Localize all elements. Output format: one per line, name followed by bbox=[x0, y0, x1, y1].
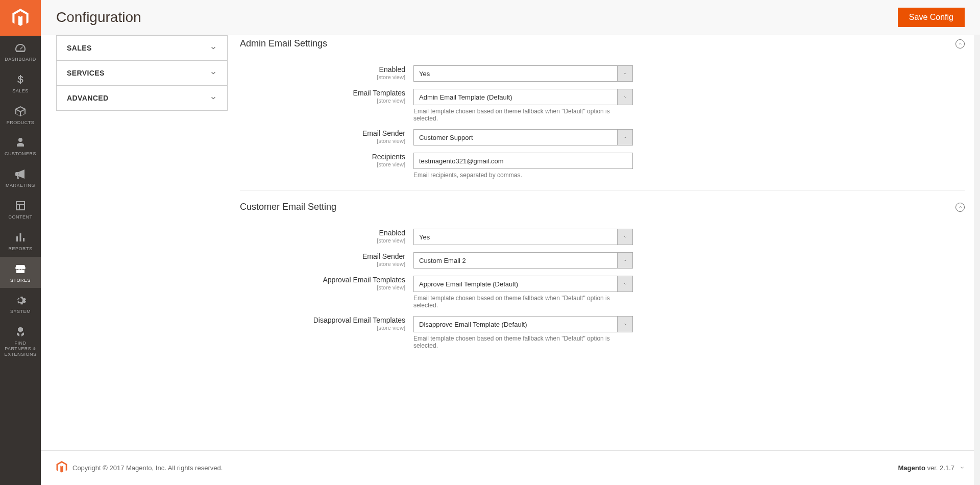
tab-label: ADVANCED bbox=[67, 94, 109, 102]
field-label: Disapproval Email Templates bbox=[240, 316, 405, 324]
email-sender-select[interactable]: Custom Email 2 bbox=[413, 252, 633, 269]
collapse-icon bbox=[955, 203, 965, 212]
store-icon bbox=[14, 263, 27, 275]
field-label: Recipients bbox=[240, 153, 405, 161]
field-email-sender: Email Sender [store view] Custom Email 2 bbox=[240, 252, 965, 269]
field-scope: [store view] bbox=[240, 74, 405, 80]
person-icon bbox=[14, 136, 27, 149]
email-templates-select[interactable]: Admin Email Template (Default) bbox=[413, 89, 633, 105]
select-value: Yes bbox=[414, 66, 617, 81]
nav-customers[interactable]: CUSTOMERS bbox=[0, 130, 41, 162]
nav-dashboard[interactable]: DASHBOARD bbox=[0, 36, 41, 67]
select-value: Custom Email 2 bbox=[414, 253, 617, 268]
nav-label: MARKETING bbox=[6, 183, 35, 188]
megaphone-icon bbox=[14, 168, 27, 180]
chevron-down-icon bbox=[210, 69, 217, 77]
tab-services[interactable]: SERVICES bbox=[56, 61, 228, 86]
nav-partners[interactable]: FIND PARTNERS & EXTENSIONS bbox=[0, 320, 41, 362]
field-label: Email Sender bbox=[240, 129, 405, 137]
field-scope: [store view] bbox=[240, 98, 405, 104]
nav-system[interactable]: SYSTEM bbox=[0, 288, 41, 320]
scrollbar[interactable] bbox=[974, 0, 980, 485]
copyright-text: Copyright © 2017 Magento, Inc. All right… bbox=[72, 464, 223, 472]
chevron-down-icon bbox=[617, 276, 632, 292]
recipients-input[interactable] bbox=[413, 153, 633, 169]
tab-label: SERVICES bbox=[67, 69, 105, 77]
tab-advanced[interactable]: ADVANCED bbox=[56, 86, 228, 111]
blocks-icon bbox=[14, 326, 27, 338]
field-enabled: Enabled [store view] Yes bbox=[240, 65, 965, 82]
bar-chart-icon bbox=[14, 231, 27, 244]
select-value: Approve Email Template (Default) bbox=[414, 276, 617, 292]
fieldset-header[interactable]: Admin Email Settings bbox=[240, 38, 965, 49]
select-value: Disapprove Email Template (Default) bbox=[414, 317, 617, 332]
tab-sales[interactable]: SALES bbox=[56, 35, 228, 61]
chevron-down-icon bbox=[617, 253, 632, 268]
dollar-icon bbox=[14, 74, 27, 86]
form-area: Admin Email Settings Enabled [store view… bbox=[240, 35, 965, 430]
nav-label: SYSTEM bbox=[10, 309, 31, 314]
nav-label: DASHBOARD bbox=[5, 57, 36, 62]
nav-label: PRODUCTS bbox=[7, 120, 35, 126]
nav-label: CONTENT bbox=[9, 214, 33, 220]
field-label: Email Sender bbox=[240, 252, 405, 260]
field-scope: [store view] bbox=[240, 237, 405, 244]
disapproval-templates-select[interactable]: Disapprove Email Template (Default) bbox=[413, 316, 633, 332]
field-email-sender: Email Sender [store view] Customer Suppo… bbox=[240, 129, 965, 146]
gauge-icon bbox=[14, 42, 27, 54]
nav-stores[interactable]: STORES bbox=[0, 257, 41, 288]
page-title: Configuration bbox=[56, 9, 141, 26]
box-icon bbox=[14, 105, 27, 117]
chevron-down-icon bbox=[617, 89, 632, 105]
field-label: Enabled bbox=[240, 65, 405, 74]
nav-reports[interactable]: REPORTS bbox=[0, 225, 41, 257]
field-approval-templates: Approval Email Templates [store view] Ap… bbox=[240, 276, 965, 309]
main-nav: DASHBOARD SALES PRODUCTS CUSTOMERS MARKE… bbox=[0, 0, 41, 485]
field-disapproval-templates: Disapproval Email Templates [store view]… bbox=[240, 316, 965, 349]
chevron-down-icon[interactable] bbox=[960, 464, 965, 472]
chevron-down-icon bbox=[617, 66, 632, 81]
select-value: Yes bbox=[414, 229, 617, 245]
chevron-down-icon bbox=[617, 130, 632, 145]
fieldset-header[interactable]: Customer Email Setting bbox=[240, 202, 965, 212]
field-scope: [store view] bbox=[240, 284, 405, 290]
chevron-down-icon bbox=[210, 44, 217, 52]
layout-icon bbox=[14, 200, 27, 212]
collapse-icon bbox=[955, 39, 965, 48]
email-sender-select[interactable]: Customer Support bbox=[413, 129, 633, 146]
nav-content[interactable]: CONTENT bbox=[0, 193, 41, 225]
nav-marketing[interactable]: MARKETING bbox=[0, 162, 41, 193]
field-label: Approval Email Templates bbox=[240, 276, 405, 284]
brand: Magento bbox=[898, 464, 925, 472]
field-hint: Email template chosen based on theme fal… bbox=[413, 108, 633, 122]
nav-label: SALES bbox=[12, 88, 29, 94]
page-footer: Copyright © 2017 Magento, Inc. All right… bbox=[41, 450, 980, 485]
field-enabled: Enabled [store view] Yes bbox=[240, 229, 965, 245]
nav-products[interactable]: PRODUCTS bbox=[0, 99, 41, 131]
nav-label: CUSTOMERS bbox=[5, 151, 36, 157]
fieldset-title: Admin Email Settings bbox=[240, 38, 327, 49]
magento-logo[interactable] bbox=[0, 0, 41, 36]
enabled-select[interactable]: Yes bbox=[413, 65, 633, 82]
chevron-down-icon bbox=[617, 317, 632, 332]
approval-templates-select[interactable]: Approve Email Template (Default) bbox=[413, 276, 633, 292]
enabled-select[interactable]: Yes bbox=[413, 229, 633, 245]
magento-logo-icon bbox=[56, 461, 67, 475]
save-config-button[interactable]: Save Config bbox=[898, 8, 965, 27]
field-scope: [store view] bbox=[240, 261, 405, 267]
field-scope: [store view] bbox=[240, 138, 405, 144]
version-text: Magento ver. 2.1.7 bbox=[898, 464, 954, 472]
field-scope: [store view] bbox=[240, 325, 405, 331]
field-email-templates: Email Templates [store view] Admin Email… bbox=[240, 89, 965, 122]
gear-icon bbox=[14, 294, 27, 306]
fieldset-admin-email: Admin Email Settings Enabled [store view… bbox=[240, 35, 965, 179]
field-hint: Email recipients, separated by commas. bbox=[413, 172, 633, 179]
nav-label: FIND PARTNERS & EXTENSIONS bbox=[2, 341, 39, 357]
page-header: Configuration Save Config bbox=[41, 0, 980, 35]
field-label: Enabled bbox=[240, 229, 405, 237]
nav-sales[interactable]: SALES bbox=[0, 67, 41, 99]
chevron-down-icon bbox=[210, 94, 217, 102]
field-hint: Email template chosen based on theme fal… bbox=[413, 295, 633, 309]
nav-label: STORES bbox=[10, 278, 31, 283]
fieldset-customer-email: Customer Email Setting Enabled [store vi… bbox=[240, 190, 965, 349]
